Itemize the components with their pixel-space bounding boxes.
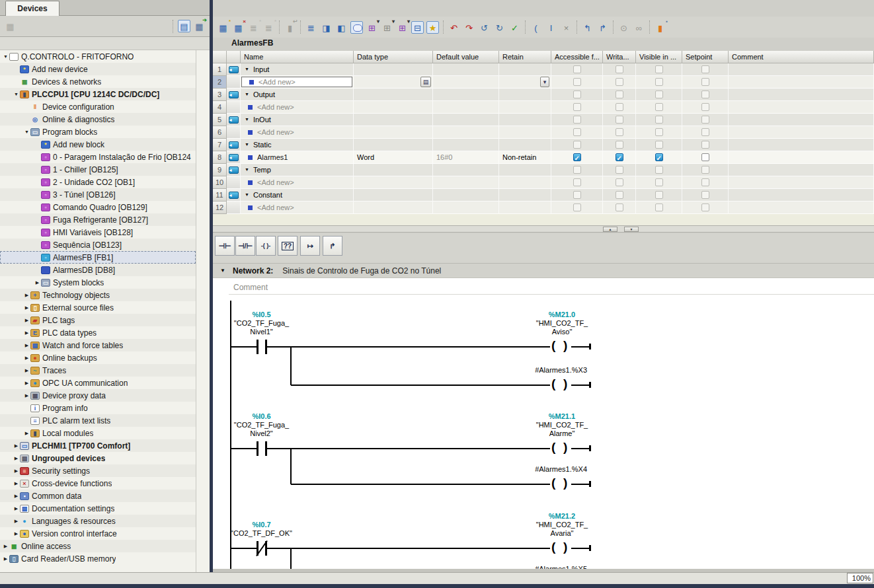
contact-operand-tag[interactable]: %I0.7"CO2_TF_DF_OK": [216, 521, 308, 538]
favorites-icon[interactable]: ★: [426, 21, 439, 34]
cell-retain[interactable]: [499, 114, 551, 126]
tree-expander-icon[interactable]: ▶: [13, 506, 20, 511]
no-contact-button[interactable]: ⊣⊢: [215, 236, 235, 256]
insert-stl-network-icon[interactable]: ⊞▾: [381, 21, 393, 34]
table-row-add-new-2[interactable]: 2<Add new>▤▾: [213, 76, 874, 89]
tree-item-plccpu1-cpu-1214c-dc-dc-dc[interactable]: ▼▮PLCCPU1 [CPU 1214C DC/DC/DC]: [0, 88, 196, 100]
open-branch-button[interactable]: ↦: [300, 236, 320, 256]
cell-visible-in-hmi[interactable]: [636, 164, 682, 176]
cell-default-value[interactable]: 16#0: [433, 151, 499, 164]
cell-writable-from-hmi[interactable]: [603, 151, 636, 164]
column-header-default-value[interactable]: Default value: [433, 51, 499, 63]
tree-item-program-info[interactable]: iProgram info: [0, 402, 196, 414]
cell-writable-from-hmi[interactable]: [603, 139, 636, 151]
update-inconsistent-calls-icon[interactable]: ↻: [493, 21, 506, 34]
cell-comment[interactable]: [729, 126, 874, 139]
tree-expander-icon[interactable]: ▶: [34, 280, 41, 285]
cell-writable-from-hmi[interactable]: [603, 89, 636, 101]
column-header-retain[interactable]: Retain: [499, 51, 551, 63]
column-header-setpoint[interactable]: Setpoint: [682, 51, 729, 63]
cell-data-type[interactable]: [354, 63, 433, 76]
table-row-add-new-4[interactable]: 4<Add new>: [213, 101, 874, 114]
tree-expander-icon[interactable]: ▼: [23, 129, 30, 134]
cell-accessible-from-hmi[interactable]: [551, 151, 603, 164]
tree-item-plc-alarm-text-lists[interactable]: ≡PLC alarm text lists: [0, 414, 196, 427]
cell-name[interactable]: ▼Output: [241, 89, 354, 101]
tree-item-sequ-ncia-ob123[interactable]: ▫Sequência [OB123]: [0, 239, 196, 251]
cell-visible-in-hmi[interactable]: [636, 151, 682, 164]
crossings-icon[interactable]: ×: [560, 21, 573, 34]
cell-visible-in-hmi[interactable]: [636, 126, 682, 139]
no-contact-symbol[interactable]: [257, 340, 258, 354]
cell-accessible-from-hmi[interactable]: [551, 139, 603, 151]
tree-item-local-modules[interactable]: ▶▮Local modules: [0, 427, 196, 439]
cell-setpoint[interactable]: [682, 89, 729, 101]
tree-item-watch-and-force-tables[interactable]: ▶▤Watch and force tables: [0, 339, 196, 351]
cell-retain[interactable]: [499, 176, 551, 189]
cell-writable-from-hmi[interactable]: [603, 114, 636, 126]
cell-data-type[interactable]: Word: [354, 151, 433, 164]
tree-expander-icon[interactable]: ▶: [13, 468, 20, 474]
cell-setpoint[interactable]: [682, 164, 729, 176]
tree-item-add-new-device[interactable]: *Add new device: [0, 63, 196, 75]
table-row-alarmes1-8[interactable]: 8Alarmes1Word16#0Non-retain: [213, 151, 874, 164]
tree-expander-icon[interactable]: ▶: [13, 494, 20, 499]
tree-item-documentation-settings[interactable]: ▶▤Documentation settings: [0, 502, 196, 515]
coil-button[interactable]: -( )-: [256, 236, 276, 256]
cell-data-type[interactable]: ▤: [354, 76, 433, 89]
open-new-editor-icon[interactable]: ▦➔: [193, 20, 206, 32]
tree-expander-icon[interactable]: ▶: [2, 556, 9, 562]
cell-visible-in-hmi[interactable]: [636, 89, 682, 101]
glasses-icon[interactable]: ∞: [633, 21, 645, 34]
cell-comment[interactable]: [729, 76, 874, 89]
checkbox-visible-in-hmi[interactable]: [655, 153, 663, 161]
cell-retain[interactable]: [499, 189, 551, 202]
cell-accessible-from-hmi[interactable]: [551, 176, 603, 189]
cell-accessible-from-hmi[interactable]: [551, 126, 603, 139]
tree-item-0-paragem-instala-o-de-frio-ob124[interactable]: ▫0 - Paragem Instalação de Frio [OB124: [0, 151, 196, 163]
cell-name[interactable]: ▼InOut: [241, 114, 354, 126]
table-row-add-new-10[interactable]: 10<Add new>: [213, 176, 874, 189]
contact-operand-tag[interactable]: %I0.6"CO2_TF_Fuga_Nivel2": [216, 412, 308, 438]
jump-back-icon[interactable]: ↰: [581, 21, 594, 34]
filter-icon[interactable]: ▦: [4, 20, 17, 32]
cell-retain[interactable]: [499, 63, 551, 76]
collapse-all-icon[interactable]: ◧: [335, 21, 348, 34]
cell-accessible-from-hmi[interactable]: [551, 164, 603, 176]
section-expander-icon[interactable]: ▼: [245, 139, 249, 151]
tree-expander-icon[interactable]: ▶: [13, 519, 20, 524]
coil-symbol[interactable]: ): [563, 338, 567, 353]
cell-data-type[interactable]: [354, 164, 433, 176]
cell-comment[interactable]: [729, 101, 874, 114]
cell-setpoint[interactable]: [682, 126, 729, 139]
cell-default-value[interactable]: [433, 189, 499, 202]
free-form-comments-icon[interactable]: [350, 21, 363, 34]
ladder-canvas[interactable]: Comment %I0.5"CO2_TF_Fuga_Nivel1"()%M21.…: [213, 278, 874, 569]
table-row-temp-9[interactable]: 9▼Temp: [213, 164, 874, 176]
tree-item-traces[interactable]: ▶~Traces: [0, 364, 196, 377]
checkbox-setpoint[interactable]: [701, 153, 709, 161]
name-edit-field[interactable]: <Add new>: [241, 77, 352, 87]
cell-visible-in-hmi[interactable]: [636, 63, 682, 76]
cell-setpoint[interactable]: [682, 189, 729, 202]
tree-item-comando-quadro-ob129[interactable]: ▫Comando Quadro [OB129]: [0, 201, 196, 213]
insert-row-icon[interactable]: ▦*: [217, 21, 229, 34]
cell-default-value[interactable]: [433, 76, 499, 89]
tree-expander-icon[interactable]: ▶: [23, 330, 30, 336]
cell-visible-in-hmi[interactable]: [636, 202, 682, 214]
cell-writable-from-hmi[interactable]: [603, 164, 636, 176]
section-expander-icon[interactable]: ▼: [245, 189, 249, 201]
data-block-icon[interactable]: ▮▪: [654, 21, 666, 34]
section-expander-icon[interactable]: ▼: [245, 89, 249, 100]
cell-writable-from-hmi[interactable]: [603, 63, 636, 76]
cell-name[interactable]: <Add new>: [241, 202, 354, 214]
cell-comment[interactable]: [729, 176, 874, 189]
cell-data-type[interactable]: [354, 89, 433, 101]
tree-item-1-chiller-ob125[interactable]: ▫1 - Chiller [OB125]: [0, 163, 196, 176]
tree-expander-icon[interactable]: ▶: [13, 443, 20, 449]
section-expander-icon[interactable]: ▼: [245, 63, 249, 75]
tree-item-online-backups[interactable]: ▶●Online backups: [0, 351, 196, 364]
tree-item-add-new-block[interactable]: *Add new block: [0, 138, 196, 151]
tree-item-technology-objects[interactable]: ▶+Technology objects: [0, 289, 196, 301]
cell-default-value[interactable]: [433, 139, 499, 151]
